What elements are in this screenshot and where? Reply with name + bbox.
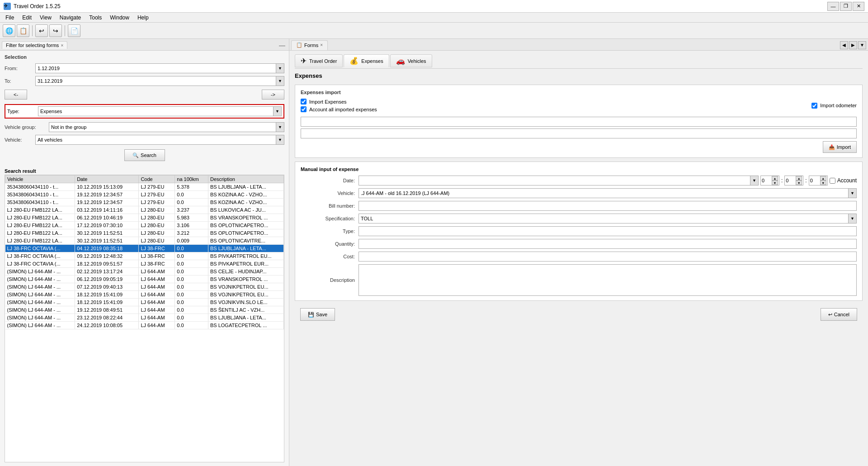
vehicle-group-input[interactable] <box>49 124 276 131</box>
account-all-checkbox[interactable] <box>301 106 307 112</box>
table-row[interactable]: (SIMON) LJ 644-AM - ...19.12.2019 08:49:… <box>5 306 284 314</box>
table-row[interactable]: LJ 38-FRC OCTAVIA (...18.12.2019 09:51:5… <box>5 260 284 268</box>
col-date[interactable]: Date <box>75 176 139 183</box>
table-row[interactable]: 353438060434110 - t...19.12.2019 12:34:5… <box>5 191 284 199</box>
filter-tab-close[interactable]: × <box>61 43 63 48</box>
account-checkbox[interactable] <box>830 178 835 184</box>
save-button[interactable]: 💾 Save <box>300 308 335 321</box>
tab-nav-dropdown[interactable]: ▼ <box>858 41 866 49</box>
table-row[interactable]: (SIMON) LJ 644-AM - ...24.12.2019 10:08:… <box>5 322 284 329</box>
table-row[interactable]: (SIMON) LJ 644-AM - ...18.12.2019 15:41:… <box>5 291 284 299</box>
table-row[interactable]: LJ 280-EU FMB122 LA...17.12.2019 07:30:1… <box>5 222 284 229</box>
table-row[interactable]: LJ 38-FRC OCTAVIA (...09.12.2019 12:48:3… <box>5 252 284 260</box>
min-down[interactable]: ▼ <box>796 181 802 185</box>
col-code[interactable]: Code <box>139 176 175 183</box>
col-description[interactable]: Description <box>208 176 283 183</box>
cancel-button[interactable]: ↩ Cancel <box>821 308 857 321</box>
specification-input[interactable] <box>359 215 848 222</box>
type-input[interactable] <box>38 108 273 115</box>
toolbar-open-btn[interactable]: 📋 <box>17 24 29 37</box>
sec-input[interactable]: 0 ▲ ▼ <box>809 176 828 185</box>
table-row[interactable]: LJ 280-EU FMB122 LA...03.12.2019 14:11:1… <box>5 206 284 214</box>
import-expenses-checkbox[interactable] <box>301 99 307 105</box>
from-combo[interactable]: ▼ <box>35 63 284 73</box>
description-input[interactable] <box>359 264 857 296</box>
vehicle-manual-arrow[interactable]: ▼ <box>848 189 856 198</box>
table-row[interactable]: LJ 38-FRC OCTAVIA (...04.12.2019 08:35:1… <box>5 245 284 252</box>
table-row[interactable]: 353438060434110 - t...19.12.2019 12:34:5… <box>5 199 284 206</box>
menu-edit[interactable]: Edit <box>19 14 35 22</box>
import-odometer-checkbox[interactable] <box>811 103 817 109</box>
travel-order-tab[interactable]: ✈ Travel Order <box>295 54 343 67</box>
hour-input[interactable]: 0 ▲ ▼ <box>760 176 779 185</box>
expenses-tab[interactable]: 💰 Expenses <box>344 54 389 67</box>
to-dropdown-arrow[interactable]: ▼ <box>276 76 284 86</box>
specification-arrow[interactable]: ▼ <box>848 214 856 223</box>
vehicle-manual-combo[interactable]: ▼ <box>359 188 857 198</box>
result-table[interactable]: Vehicle Date Code na 100km Description 3… <box>5 175 284 462</box>
toolbar-new-btn[interactable]: 🌐 <box>3 24 15 37</box>
toolbar-save-btn[interactable]: 📄 <box>68 24 80 37</box>
type-dropdown-arrow[interactable]: ▼ <box>273 107 281 116</box>
search-button[interactable]: 🔍 Search <box>124 149 165 161</box>
sec-down[interactable]: ▼ <box>820 181 826 185</box>
table-row[interactable]: (SIMON) LJ 644-AM - ...07.12.2019 09:40:… <box>5 283 284 291</box>
menu-help[interactable]: Help <box>134 14 152 22</box>
nav-prev-btn[interactable]: <- <box>5 90 27 100</box>
tab-nav-prev[interactable]: ◀ <box>840 41 848 49</box>
quantity-input[interactable] <box>359 239 857 249</box>
min-up[interactable]: ▲ <box>796 176 802 181</box>
vehicle-input[interactable] <box>36 136 276 143</box>
date-dropdown-arrow[interactable]: ▼ <box>750 176 758 185</box>
minimize-button[interactable]: — <box>827 2 839 11</box>
type-combo[interactable]: ▼ <box>38 106 282 116</box>
maximize-button[interactable]: ❐ <box>840 2 852 11</box>
table-row[interactable]: 353438060434110 - t...10.12.2019 15:13:0… <box>5 183 284 191</box>
vehicle-dropdown-arrow[interactable]: ▼ <box>276 135 284 144</box>
menu-navigate[interactable]: Navigate <box>56 14 85 22</box>
vehicle-group-dropdown-arrow[interactable]: ▼ <box>276 123 284 132</box>
table-row[interactable]: LJ 280-EU FMB122 LA...30.12.2019 11:52:5… <box>5 229 284 237</box>
hour-up[interactable]: ▲ <box>772 176 778 181</box>
cost-input[interactable] <box>359 252 857 262</box>
bill-number-input[interactable] <box>359 201 857 211</box>
min-input[interactable]: 0 ▲ ▼ <box>784 176 803 185</box>
table-row[interactable]: (SIMON) LJ 644-AM - ...23.12.2019 08:22:… <box>5 314 284 322</box>
from-input[interactable] <box>36 65 276 72</box>
import-button[interactable]: 📥 Import <box>823 141 857 153</box>
menu-view[interactable]: View <box>36 14 55 22</box>
to-input[interactable] <box>36 77 276 85</box>
vehicle-manual-input[interactable] <box>359 190 848 197</box>
menu-tools[interactable]: Tools <box>85 14 105 22</box>
table-row[interactable]: (SIMON) LJ 644-AM - ...06.12.2019 09:05:… <box>5 276 284 283</box>
import-field-2[interactable] <box>301 128 857 138</box>
vehicles-tab[interactable]: 🚗 Vehicles <box>390 54 432 67</box>
close-button[interactable]: ✕ <box>853 2 864 11</box>
specification-combo[interactable]: ▼ <box>359 214 857 223</box>
type-manual-input[interactable] <box>359 226 857 236</box>
forms-tab[interactable]: 📋 Forms × <box>291 40 328 50</box>
table-row[interactable]: (SIMON) LJ 644-AM - ...02.12.2019 13:17:… <box>5 268 284 276</box>
filter-tab[interactable]: Filter for selecting forms × <box>2 41 67 49</box>
table-row[interactable]: LJ 280-EU FMB122 LA...30.12.2019 11:52:5… <box>5 237 284 245</box>
tab-nav-next[interactable]: ▶ <box>849 41 857 49</box>
date-input[interactable] <box>359 177 750 184</box>
toolbar-undo-btn[interactable]: ↩ <box>35 24 48 37</box>
table-row[interactable]: LJ 280-EU FMB122 LA...06.12.2019 10:46:1… <box>5 214 284 222</box>
vehicle-group-combo[interactable]: ▼ <box>49 122 284 132</box>
menu-file[interactable]: File <box>2 14 18 22</box>
menu-window[interactable]: Window <box>106 14 133 22</box>
vehicle-combo[interactable]: ▼ <box>35 135 284 145</box>
nav-next-btn[interactable]: -> <box>262 90 284 100</box>
forms-tab-close[interactable]: × <box>320 43 323 48</box>
hour-down[interactable]: ▼ <box>772 181 778 185</box>
date-combo[interactable]: ▼ <box>359 176 759 185</box>
sec-up[interactable]: ▲ <box>820 176 826 181</box>
table-row[interactable]: (SIMON) LJ 644-AM - ...18.12.2019 15:41:… <box>5 299 284 306</box>
col-na100[interactable]: na 100km <box>175 176 208 183</box>
panel-minimize-btn[interactable]: — <box>277 42 287 49</box>
toolbar-redo-btn[interactable]: ↪ <box>49 24 62 37</box>
from-dropdown-arrow[interactable]: ▼ <box>276 64 284 73</box>
col-vehicle[interactable]: Vehicle <box>5 176 75 183</box>
import-field-1[interactable] <box>301 117 857 127</box>
